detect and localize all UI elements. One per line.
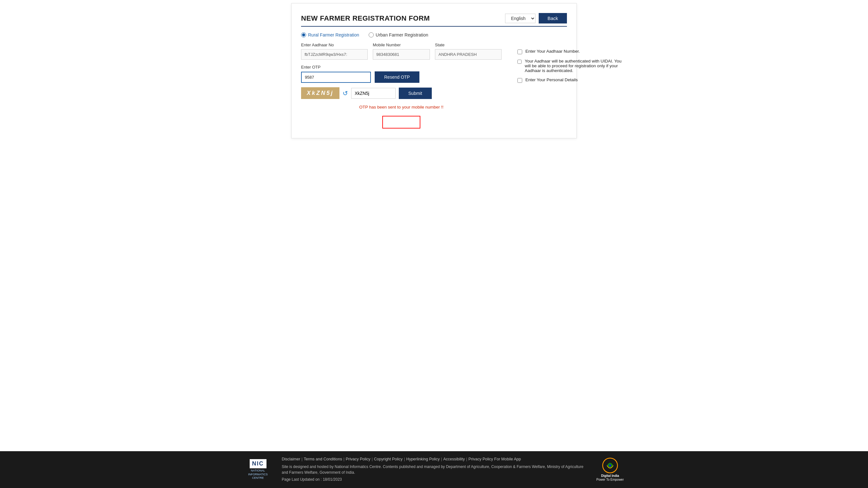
checklist-checkbox-2[interactable] [518,59,522,64]
mobile-input[interactable] [373,49,430,60]
state-group: State [435,42,502,60]
digital-india-icon [602,458,618,474]
footer-description: Site is designed and hosted by National … [282,464,586,475]
checklist-item-3: Enter Your Personal Details [518,78,622,83]
footer-link-privacy[interactable]: Privacy Policy [346,457,371,461]
checklist-checkbox-3[interactable] [518,78,522,83]
nic-box: NIC [250,459,267,468]
otp-group: Enter OTP Resend OTP [301,65,502,83]
resend-otp-button[interactable]: Resend OTP [375,71,420,83]
state-input[interactable] [435,49,502,60]
checklist: Enter Your Aadhaar Number. Your Aadhaar … [518,49,622,83]
back-button[interactable]: Back [539,13,567,24]
captcha-input[interactable] [351,88,396,99]
checklist-checkbox-1[interactable] [518,50,522,54]
rural-radio[interactable] [301,32,306,37]
language-select[interactable]: English [505,13,535,23]
registration-type-row: Rural Farmer Registration Urban Farmer R… [301,32,567,37]
submit-button[interactable]: Submit [399,88,432,99]
urban-radio-label[interactable]: Urban Farmer Registration [369,32,428,37]
footer-link-terms[interactable]: Terms and Conditions [304,457,342,461]
footer-last-updated: Page Last Updated on : 18/01/2023 [282,477,586,482]
footer-link-accessibility[interactable]: Accessibility [443,457,465,461]
digital-india-text: Digital India Power To Empower [596,474,624,482]
nic-name: NATIONALINFORMATICSCENTRE [248,469,268,480]
nic-logo: NIC NATIONALINFORMATICSCENTRE [244,459,272,480]
page-title: NEW FARMER REGISTRATION FORM [301,14,430,23]
mobile-group: Mobile Number [373,42,430,60]
footer-links-section: Disclaimer | Terms and Conditions | Priv… [282,457,586,482]
footer-links-row: Disclaimer | Terms and Conditions | Priv… [282,457,586,461]
urban-radio[interactable] [369,32,374,37]
highlighted-area [382,116,421,128]
footer: NIC NATIONALINFORMATICSCENTRE Disclaimer… [0,451,868,488]
digital-india-logo: Digital India Power To Empower [596,458,624,482]
footer-link-hyperlinking[interactable]: Hyperlinking Policy [406,457,440,461]
captcha-image: XkZN5j [301,87,339,99]
refresh-captcha-icon[interactable]: ↺ [343,89,348,97]
aadhaar-group: Enter Aadhaar No [301,42,368,60]
aadhaar-input[interactable] [301,49,368,60]
checklist-item-2: Your Aadhaar will be authenticated with … [518,59,622,73]
footer-link-disclaimer[interactable]: Disclaimer [282,457,300,461]
otp-status-message: OTP has been sent to your mobile number … [301,105,502,110]
rural-radio-label[interactable]: Rural Farmer Registration [301,32,359,37]
otp-input[interactable] [301,72,371,83]
footer-link-privacy-mobile[interactable]: Privacy Policy For Mobile App [469,457,521,461]
svg-point-1 [609,464,611,467]
captcha-row: XkZN5j ↺ Submit [301,87,502,99]
checklist-item-1: Enter Your Aadhaar Number. [518,49,622,54]
footer-link-copyright[interactable]: Copyright Policy [374,457,403,461]
